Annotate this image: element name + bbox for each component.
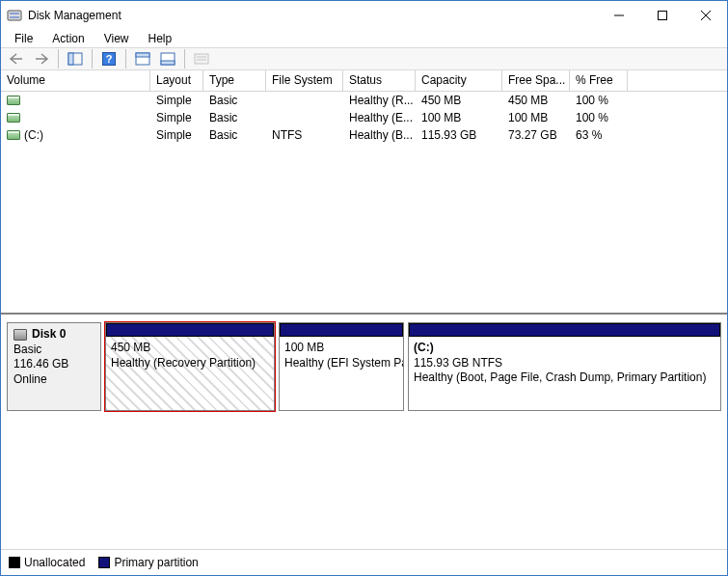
volume-icon <box>7 96 20 105</box>
volume-layout: Simple <box>150 126 203 144</box>
svg-rect-12 <box>136 53 149 57</box>
toolbar-separator <box>184 49 185 69</box>
toolbar-separator <box>125 49 126 69</box>
legend-unallocated: Unallocated <box>9 556 85 569</box>
volume-fs: NTFS <box>266 126 343 144</box>
toolbar-separator <box>58 49 59 69</box>
volume-free: 450 MB <box>502 92 570 109</box>
forward-button[interactable] <box>30 48 53 69</box>
menu-action[interactable]: Action <box>44 30 92 47</box>
volume-pct: 100 % <box>570 92 628 109</box>
disk-map-pane: Disk 0 Basic 116.46 GB Online 450 MB Hea… <box>1 315 727 575</box>
svg-rect-1 <box>10 13 19 14</box>
partition-efi[interactable]: 100 MB Healthy (EFI System Partition) <box>279 322 404 411</box>
col-capacity[interactable]: Capacity <box>416 70 502 91</box>
volume-type: Basic <box>203 109 266 126</box>
col-pctfree[interactable]: % Free <box>570 70 628 91</box>
toolbar: ? <box>1 47 727 70</box>
volume-status: Healthy (B... <box>343 126 416 144</box>
svg-text:?: ? <box>106 53 113 65</box>
partition-stripe <box>106 323 274 337</box>
volume-fs <box>266 92 343 109</box>
partition-status: Healthy (EFI System Partition) <box>284 356 398 371</box>
svg-rect-8 <box>68 53 73 65</box>
titlebar: Disk Management <box>1 1 727 30</box>
partition-size: 115.93 GB NTFS <box>414 356 715 371</box>
svg-rect-14 <box>161 61 175 65</box>
menu-help[interactable]: Help <box>141 30 180 47</box>
svg-rect-2 <box>10 16 19 18</box>
col-status[interactable]: Status <box>343 70 416 91</box>
disk-type: Basic <box>13 343 94 358</box>
show-hide-console-tree-button[interactable] <box>64 48 87 69</box>
back-button[interactable] <box>5 48 28 69</box>
volume-pct: 100 % <box>570 109 628 126</box>
partition-status: Healthy (Boot, Page File, Crash Dump, Pr… <box>414 370 715 386</box>
volume-free: 73.27 GB <box>502 126 570 144</box>
volume-fs <box>266 109 343 126</box>
col-filesystem[interactable]: File System <box>266 70 343 91</box>
col-volume[interactable]: Volume <box>1 70 150 91</box>
volume-icon <box>7 130 20 140</box>
menubar: File Action View Help <box>1 30 727 47</box>
app-icon <box>7 8 22 23</box>
volume-icon <box>7 113 20 123</box>
close-button[interactable] <box>684 1 727 30</box>
partition-stripe <box>409 323 720 337</box>
volume-name: (C:) <box>24 128 43 142</box>
col-type[interactable]: Type <box>203 70 266 91</box>
partition-recovery[interactable]: 450 MB Healthy (Recovery Partition) <box>105 322 275 411</box>
disk-size: 116.46 GB <box>13 357 94 372</box>
volume-row[interactable]: Simple Basic Healthy (E... 100 MB 100 MB… <box>1 109 727 126</box>
volume-row[interactable]: Simple Basic Healthy (R... 450 MB 450 MB… <box>1 92 727 109</box>
disk-row: Disk 0 Basic 116.46 GB Online 450 MB Hea… <box>7 322 721 411</box>
help-button[interactable]: ? <box>97 48 121 69</box>
col-layout[interactable]: Layout <box>150 70 203 91</box>
volume-pct: 63 % <box>570 126 628 144</box>
volume-capacity: 100 MB <box>416 109 502 126</box>
view-top-pane-button[interactable] <box>131 48 154 69</box>
menu-view[interactable]: View <box>96 30 137 47</box>
window-title: Disk Management <box>28 9 121 22</box>
volume-free: 100 MB <box>502 109 570 126</box>
minimize-button[interactable] <box>597 1 640 30</box>
col-freespace[interactable]: Free Spa... <box>502 70 570 91</box>
volume-layout: Simple <box>150 109 203 126</box>
view-bottom-pane-button[interactable] <box>156 48 179 69</box>
volume-row[interactable]: (C:) Simple Basic NTFS Healthy (B... 115… <box>1 126 727 144</box>
volume-list: Volume Layout Type File System Status Ca… <box>1 70 727 315</box>
partition-size: 450 MB <box>111 341 269 356</box>
volume-status: Healthy (R... <box>343 92 416 109</box>
svg-rect-0 <box>8 11 21 20</box>
maximize-button[interactable] <box>640 1 684 30</box>
volume-list-body: Simple Basic Healthy (R... 450 MB 450 MB… <box>1 92 727 313</box>
disk-header[interactable]: Disk 0 Basic 116.46 GB Online <box>7 322 101 411</box>
svg-rect-4 <box>658 12 666 20</box>
swatch-primary-icon <box>98 557 110 568</box>
volume-type: Basic <box>203 126 266 144</box>
disk-name: Disk 0 <box>32 327 66 343</box>
volume-status: Healthy (E... <box>343 109 416 126</box>
disk-state: Online <box>13 372 94 388</box>
properties-button[interactable] <box>190 48 213 69</box>
legend-primary: Primary partition <box>98 556 198 569</box>
swatch-unallocated-icon <box>9 557 20 568</box>
partition-c[interactable]: (C:) 115.93 GB NTFS Healthy (Boot, Page … <box>408 322 721 411</box>
legend: Unallocated Primary partition <box>1 549 727 575</box>
partition-status: Healthy (Recovery Partition) <box>111 356 269 371</box>
partition-size: 100 MB <box>284 341 398 356</box>
col-spacer <box>628 70 727 91</box>
partition-title: (C:) <box>414 341 715 356</box>
toolbar-separator <box>92 49 93 69</box>
volume-layout: Simple <box>150 92 203 109</box>
volume-capacity: 450 MB <box>416 92 502 109</box>
volume-capacity: 115.93 GB <box>416 126 502 144</box>
menu-file[interactable]: File <box>7 30 40 47</box>
svg-rect-15 <box>195 54 208 64</box>
disk-icon <box>13 329 27 341</box>
volume-type: Basic <box>203 92 266 109</box>
partition-stripe <box>280 323 403 337</box>
volume-list-header: Volume Layout Type File System Status Ca… <box>1 70 727 92</box>
